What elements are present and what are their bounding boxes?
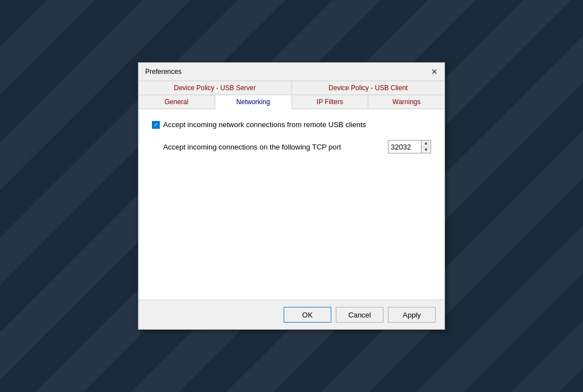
dialog-title: Preferences — [145, 68, 182, 76]
port-spin-up[interactable]: ▲ — [422, 141, 431, 147]
tcp-port-input[interactable] — [388, 140, 422, 153]
accept-connections-row: Accept incoming network connections from… — [152, 120, 431, 129]
tab-device-policy-usb-server[interactable]: Device Policy - USB Server — [138, 81, 292, 95]
tab-general[interactable]: General — [138, 95, 215, 109]
tcp-port-label: Accept incoming connections on the follo… — [163, 143, 382, 151]
port-input-group: ▲ ▼ — [388, 140, 431, 153]
dialog-footer: OK Cancel Apply — [138, 300, 445, 329]
preferences-dialog: Preferences ✕ Device Policy - USB Server… — [138, 62, 445, 330]
cancel-button[interactable]: Cancel — [336, 307, 383, 323]
tab-warnings[interactable]: Warnings — [368, 95, 445, 109]
tab-row-1: Device Policy - USB Server Device Policy… — [138, 81, 445, 95]
apply-button[interactable]: Apply — [388, 307, 436, 323]
port-spin-down[interactable]: ▼ — [422, 147, 431, 153]
accept-connections-checkbox[interactable] — [152, 121, 160, 129]
tab-networking[interactable]: Networking — [215, 95, 292, 109]
tab-device-policy-usb-client[interactable]: Device Policy - USB Client — [292, 81, 445, 95]
tab-ip-filters[interactable]: IP Filters — [292, 95, 369, 109]
title-bar: Preferences ✕ — [138, 63, 445, 81]
close-button[interactable]: ✕ — [429, 66, 440, 77]
ok-button[interactable]: OK — [284, 307, 331, 323]
content-area: Accept incoming network connections from… — [138, 109, 445, 300]
accept-connections-label: Accept incoming network connections from… — [163, 120, 366, 129]
tcp-port-row: Accept incoming connections on the follo… — [163, 140, 431, 153]
tab-row-2: General Networking IP Filters Warnings — [138, 95, 445, 109]
port-spin-buttons: ▲ ▼ — [422, 140, 431, 153]
tab-bar: Device Policy - USB Server Device Policy… — [138, 81, 445, 109]
